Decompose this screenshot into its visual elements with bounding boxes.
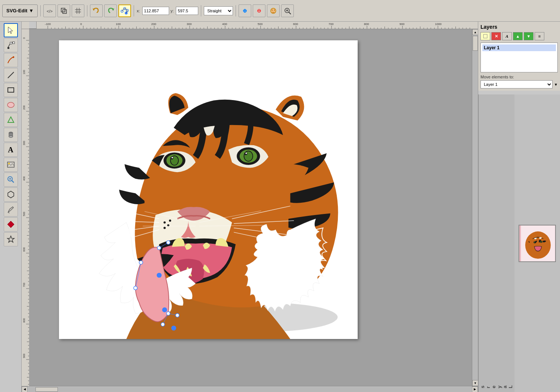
node-tool-toolbar[interactable] [118,4,131,17]
main-toolbar: SVG-Edit ▼ </> x: y: Straight Curve Quad… [0,0,560,22]
layer-item[interactable]: Layer 1 [482,44,556,51]
add-node-button[interactable] [239,4,251,17]
ellipse-tool[interactable] [4,98,18,112]
fill-tool[interactable] [4,217,18,231]
scroll-up-arrow[interactable]: ▲ [472,29,478,35]
scroll-right-arrow[interactable]: ▶ [472,386,478,392]
layer-name-button[interactable]: A [502,32,512,40]
canvas-area: ▲ ▼ [22,29,478,386]
canvas-scroll[interactable] [29,29,472,386]
scroll-left-arrow[interactable]: ◀ [22,386,28,392]
svg-point-19 [272,9,273,10]
svg-rect-30 [8,88,14,92]
new-layer-button[interactable] [480,32,490,40]
svg-marker-44 [7,236,14,242]
move-to-select[interactable]: Layer 1 [480,80,553,88]
drawing-canvas[interactable] [59,40,358,339]
layer-menu-button[interactable]: ≡ [535,32,544,40]
layers-list: Layer 1 [480,43,558,72]
layers-title: Layers [480,24,558,30]
app-title-text: SVG-Edit [6,8,27,13]
app-menu-button[interactable]: SVG-Edit ▼ [2,4,38,17]
svg-marker-8 [112,9,114,10]
freehand-tool[interactable] [4,53,18,67]
svg-line-39 [12,180,14,183]
node-point-1 [134,286,137,290]
sep5 [236,5,236,16]
node-point-selected-3 [157,273,161,277]
redo-button[interactable] [104,4,117,17]
thumbnail-area [514,94,560,392]
text-tool[interactable]: A [4,143,18,157]
svg-rect-26 [10,42,12,44]
xml-editor-button[interactable]: </> [43,4,56,17]
layers-toolbar: ✕ A ▲ ▼ ≡ [480,32,558,40]
node-point-3 [157,246,161,250]
sep2 [87,5,87,16]
node-edit-tool[interactable] [4,38,18,52]
hex-tool[interactable] [4,187,18,202]
select-tool[interactable] [4,23,18,37]
delete-node-button[interactable] [253,4,265,17]
ruler-top-content [37,22,478,29]
layers-panel: Layers ✕ A ▲ ▼ ≡ Layer 1 Move elements t… [478,22,560,91]
node-handle-1 [167,241,170,245]
zoom-tool[interactable] [4,172,18,187]
move-to-arrow: ▼ [554,83,558,87]
svg-point-86 [541,241,541,242]
right-panel: Layers ✕ A ▲ ▼ ≡ Layer 1 Move elements t… [478,22,560,392]
scroll-track-vertical[interactable] [472,35,478,380]
node-settings-button[interactable] [267,4,280,17]
node-handle-3 [175,314,179,317]
node-handle-2 [161,323,165,326]
eyedropper-tool[interactable] [4,128,18,142]
polygon-tool[interactable] [4,113,18,127]
svg-marker-7 [93,9,95,10]
svg-point-37 [8,163,10,164]
move-to-row: Layer 1 ▼ [480,80,558,88]
ruler-corner [29,22,37,29]
clone-button[interactable] [57,4,70,17]
scroll-thumb-horizontal[interactable] [35,387,58,392]
line-tool[interactable] [4,68,18,82]
layers-sidebar: Layers [478,94,560,392]
app-title-arrow: ▼ [29,8,34,13]
node-point-2 [139,261,143,264]
layers-vertical-tab[interactable]: Layers [478,94,514,392]
move-to-label: Move elements to: [480,75,558,79]
star-tool[interactable] [4,232,18,246]
layer-thumbnail [519,225,556,262]
pen-tool[interactable] [4,202,18,217]
image-tool[interactable] [4,158,18,172]
canvas-wrapper: ▲ ▼ ◀ ▶ [22,22,478,392]
svg-line-43 [8,212,9,213]
y-label: y: [171,9,174,13]
svg-rect-78 [483,34,487,38]
svg-line-22 [289,12,291,14]
scroll-track-horizontal[interactable] [28,387,472,392]
canvas-horizontal-scrollbar[interactable]: ◀ ▶ [22,386,478,392]
sep1 [40,5,41,16]
canvas-vertical-scrollbar[interactable]: ▲ ▼ [472,29,478,386]
sep4 [201,5,201,16]
x-input[interactable] [142,7,169,15]
thumbnail-svg [519,225,556,262]
node-point-selected-1 [162,308,167,312]
y-input[interactable] [176,7,198,15]
move-layer-down-button[interactable]: ▼ [524,32,533,40]
svg-line-29 [8,72,14,78]
delete-layer-button[interactable]: ✕ [491,32,501,40]
grid-button[interactable] [72,4,84,17]
svg-marker-32 [8,117,14,122]
sep3 [134,5,134,16]
svg-point-35 [9,136,13,138]
zoom-fit-button[interactable] [281,4,294,17]
segment-type-select[interactable]: Straight Curve Quadratic Arc [204,6,233,15]
undo-button[interactable] [90,4,103,17]
rect-tool[interactable] [4,83,18,97]
scroll-thumb-vertical[interactable] [473,36,478,51]
scroll-down-arrow[interactable]: ▼ [472,380,478,386]
svg-rect-25 [7,47,9,49]
svg-marker-42 [8,191,14,198]
move-layer-up-button[interactable]: ▲ [513,32,523,40]
